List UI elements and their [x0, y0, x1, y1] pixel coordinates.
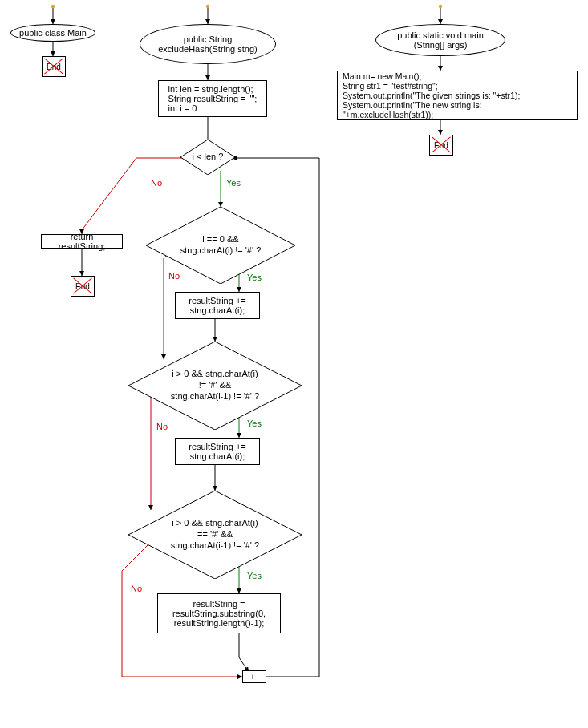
end-label: End — [434, 141, 448, 150]
loop-no-label: No — [151, 178, 162, 188]
end-node-flow1: End — [42, 56, 66, 77]
cond2-text: i > 0 && stng.charAt(i) != '#' && stng.c… — [171, 369, 259, 402]
cond3-yes-label: Yes — [247, 571, 262, 580]
loop-condition-text: i < len ? — [193, 152, 224, 163]
stmt2-node: resultString += stng.charAt(i); — [175, 438, 260, 465]
main-body-node: Main m= new Main(); String str1 = "test#… — [337, 71, 578, 120]
loop-condition-diamond: i < len ? — [180, 140, 235, 175]
return-statement-node: return resultString; — [41, 234, 123, 249]
stmt1-text: resultString += stng.charAt(i); — [189, 296, 246, 315]
cond1-text: i == 0 && stng.charAt(i) != '#' ? — [180, 234, 262, 257]
cond2-no-label: No — [156, 422, 168, 431]
method-excludeHash-text: public String excludeHash(String stng) — [158, 34, 258, 54]
cond3-no-label: No — [131, 584, 142, 593]
init-statements-node: int len = stng.length(); String resultSt… — [158, 80, 267, 117]
class-declaration-text: public class Main — [19, 28, 87, 38]
cond3-diamond: i > 0 && stng.charAt(i) == '#' && stng.c… — [128, 491, 302, 579]
stmt3-node: resultString = resultString.substring(0,… — [157, 593, 281, 633]
method-excludeHash-node: public String excludeHash(String stng) — [140, 24, 276, 64]
method-main-node: public static void main (String[] args) — [375, 24, 505, 56]
method-main-text: public static void main (String[] args) — [397, 30, 484, 50]
main-body-text: Main m= new Main(); String str1 = "test#… — [343, 71, 572, 119]
cond1-yes-label: Yes — [247, 273, 262, 282]
cond1-no-label: No — [168, 271, 180, 281]
stmt1-node: resultString += stng.charAt(i); — [175, 292, 260, 319]
stmt2-text: resultString += stng.charAt(i); — [189, 442, 246, 461]
end-label: End — [75, 282, 90, 291]
end-label: End — [47, 63, 61, 71]
cond2-yes-label: Yes — [247, 419, 262, 428]
loop-yes-label: Yes — [226, 178, 241, 188]
stmt3-text: resultString = resultString.substring(0,… — [172, 599, 266, 628]
increment-text: i++ — [248, 672, 260, 681]
class-declaration-node: public class Main — [10, 24, 95, 42]
end-node-flow3: End — [429, 135, 453, 156]
increment-node: i++ — [242, 670, 266, 683]
end-node-flow2: End — [71, 276, 95, 297]
cond3-text: i > 0 && stng.charAt(i) == '#' && stng.c… — [171, 518, 259, 551]
cond2-diamond: i > 0 && stng.charAt(i) != '#' && stng.c… — [128, 342, 302, 430]
return-statement-text: return resultString; — [47, 232, 117, 251]
init-statements-text: int len = stng.length(); String resultSt… — [168, 84, 258, 113]
